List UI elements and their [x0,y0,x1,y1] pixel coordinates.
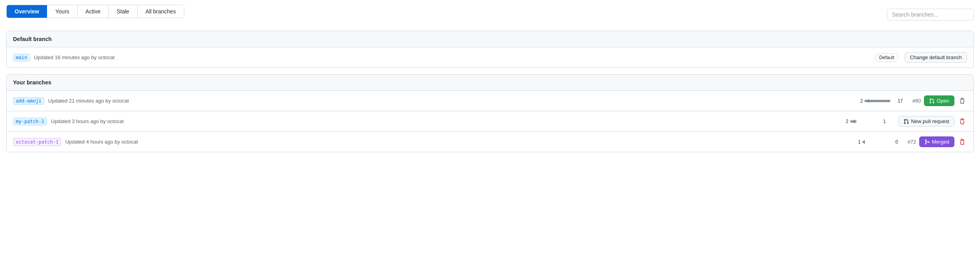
add-emoji-open-label: Open [937,98,949,104]
my-patch-1-commits: 2 1 [838,119,886,124]
my-patch-1-bar-left [850,120,854,123]
add-emoji-branch-name[interactable]: add-emoji [13,97,44,105]
add-emoji-open-pr-button[interactable]: Open [924,95,954,106]
delete-icon-2 [959,118,965,125]
tab-bar: Overview Yours Active Stale All branches [6,5,184,18]
octocat-patch-1-merged-label: Merged [932,139,949,145]
my-patch-1-ahead: 2 [846,119,849,124]
add-emoji-commits: 2 17 [856,98,903,104]
tab-stale[interactable]: Stale [109,5,138,18]
delete-icon [959,98,965,104]
add-emoji-pr-number: #60 [913,98,921,104]
default-branch-title: Default branch [13,36,52,42]
your-branches-section: Your branches add-emoji Updated 21 minut… [6,74,974,152]
octocat-patch-1-delete-button[interactable] [958,137,967,147]
delete-icon-3 [959,139,965,145]
add-emoji-delete-button[interactable] [958,96,967,106]
my-patch-1-behind: 1 [883,119,886,124]
add-emoji-bar [864,99,896,103]
search-input[interactable] [887,9,974,21]
octocat-patch-1-bar [862,140,894,144]
octocat-patch-1-commits: 1 0 [851,139,898,145]
octocat-patch-1-ahead: 1 [858,139,861,145]
branch-row-add-emoji: add-emoji Updated 21 minutes ago by octo… [7,91,973,111]
main-branch-meta: Updated 16 minutes ago by octocat [34,54,454,60]
my-patch-1-delete-button[interactable] [958,117,967,126]
add-emoji-behind: 17 [898,98,903,104]
add-emoji-branch-meta: Updated 21 minutes ago by octocat [48,98,452,104]
my-patch-1-new-pr-label: New pull request [911,118,949,124]
tab-all-branches[interactable]: All branches [138,5,184,18]
default-branch-row: main Updated 16 minutes ago by octocat D… [7,47,973,67]
tab-active[interactable]: Active [78,5,109,18]
add-emoji-action-area: #60 Open [913,95,967,106]
git-pr-icon-2 [903,119,909,124]
add-emoji-bar-right [869,100,890,102]
tab-yours[interactable]: Yours [47,5,77,18]
default-branch-header: Default branch [7,31,973,47]
git-pr-icon [929,98,935,104]
octocat-patch-1-bar-mid [864,140,865,144]
branch-row-my-patch-1: my-patch-1 Updated 3 hours ago by octoca… [7,111,973,132]
add-emoji-bar-left [864,100,868,102]
change-default-branch-button[interactable]: Change default branch [905,52,967,63]
octocat-patch-1-branch-name[interactable]: octocat-patch-1 [13,138,61,146]
my-patch-1-branch-meta: Updated 3 hours ago by octocat [51,118,445,124]
my-patch-1-new-pr-button[interactable]: New pull request [898,116,954,127]
top-row: Overview Yours Active Stale All branches [6,5,974,24]
my-patch-1-action-area: New pull request [895,116,967,127]
my-patch-1-bar-right [855,120,857,123]
branch-row-octocat-patch-1: octocat-patch-1 Updated 4 hours ago by o… [7,132,973,152]
main-branch-name[interactable]: main [13,54,30,62]
my-patch-1-branch-name[interactable]: my-patch-1 [13,118,47,125]
octocat-patch-1-merged-button[interactable]: Merged [919,136,954,147]
your-branches-header: Your branches [7,75,973,91]
default-badge: Default [875,53,898,62]
octocat-patch-1-behind: 0 [896,139,898,145]
default-branch-section: Default branch main Updated 16 minutes a… [6,31,974,68]
octocat-patch-1-branch-meta: Updated 4 hours ago by octocat [65,139,458,145]
add-emoji-ahead: 2 [860,98,863,104]
my-patch-1-bar [850,120,882,123]
octocat-patch-1-action-area: #72 Merged [907,136,967,147]
git-merged-icon [924,139,930,145]
your-branches-title: Your branches [13,79,51,86]
tab-overview[interactable]: Overview [7,5,47,18]
octocat-patch-1-pr-number: #72 [907,139,916,145]
